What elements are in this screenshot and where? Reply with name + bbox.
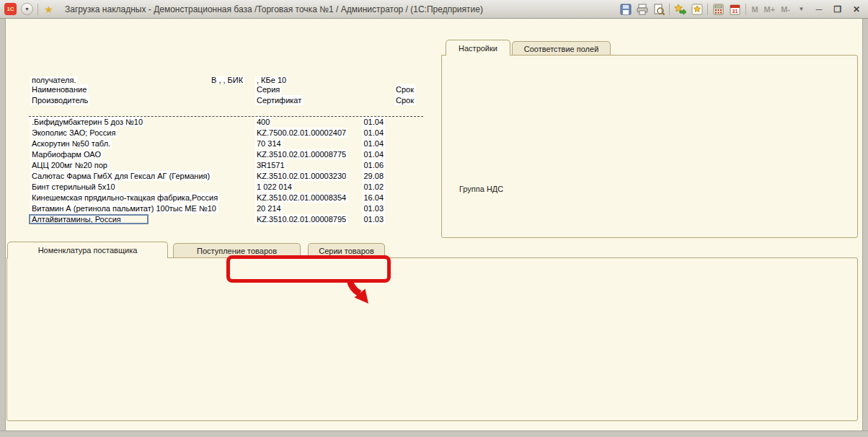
settings-panel — [441, 55, 858, 238]
sheet-cell-name[interactable]: Салютас Фарма ГмбХ для Гексал АГ (Герман… — [30, 171, 211, 181]
sheet-cell-date[interactable]: 01.04 — [362, 149, 385, 159]
sheet-cell-date[interactable]: 01.02 — [362, 182, 385, 192]
favorites-star-icon[interactable] — [43, 3, 55, 15]
sheet-cell-serial[interactable]: 3R1571 — [255, 160, 286, 170]
1c-logo-icon: 1С — [4, 3, 17, 15]
sheet-cell[interactable]: Срок — [394, 84, 415, 94]
print-icon[interactable] — [636, 3, 648, 15]
calendar-icon[interactable]: 31 — [729, 3, 741, 15]
page-break-line — [29, 116, 423, 117]
sheet-cell-serial[interactable]: 400 — [255, 117, 271, 127]
sheet-cell-serial[interactable]: 1 022 014 — [255, 182, 293, 192]
sheet-cell-serial[interactable]: KZ.3510.02.01.00008775 — [255, 149, 347, 159]
sheet-cell-serial[interactable]: Сертификат — [255, 95, 303, 105]
sheet-cell-name[interactable]: Марбиофарм ОАО — [30, 149, 102, 159]
titlebar-separator — [745, 4, 746, 15]
sheet-cell-serial[interactable]: , КБе 10 — [255, 76, 288, 84]
calculator-icon[interactable] — [712, 3, 725, 15]
svg-text:31: 31 — [732, 9, 738, 14]
titlebar-separator — [707, 4, 708, 15]
minimize-button[interactable]: ─ — [812, 4, 826, 14]
sheet-cell-serial[interactable]: KZ.3510.02.01.00008354 — [255, 193, 347, 203]
sheet-cell-date[interactable]: 01.03 — [362, 214, 385, 224]
window-title: Загрузка накладных - Демонстрационная ба… — [65, 4, 615, 14]
sheet-cell-serial[interactable]: KZ.3510.02.01.00003230 — [255, 171, 347, 181]
maximize-button[interactable]: ❒ — [831, 4, 845, 14]
sheet-cell-name[interactable]: Экополис ЗАО; Россия — [30, 128, 117, 138]
memory-m-minus-button[interactable]: M- — [780, 5, 791, 14]
sheet-cell-name[interactable]: Наименование — [30, 84, 88, 94]
sheet-cell-date[interactable]: 01.06 — [362, 160, 385, 170]
sheet-cell-name[interactable]: Аскорутин №50 табл. — [30, 138, 112, 149]
sheet-cell-date[interactable]: 01.04 — [362, 138, 385, 149]
sheet-cell-serial[interactable]: KZ.3510.02.01.00008795 — [255, 214, 347, 224]
window-border-bottom — [0, 431, 868, 437]
window-border-left — [0, 19, 6, 437]
sheet-cell-date[interactable]: 01.04 — [362, 128, 385, 138]
add-favorite-icon[interactable] — [674, 3, 686, 15]
main-menu-button[interactable] — [21, 3, 33, 15]
supplier-nomenclature-panel — [6, 257, 858, 421]
sheet-cell-name[interactable]: Кинешемская прядильно-ткацкая фабрика,Ро… — [30, 193, 219, 203]
close-button[interactable]: ✕ — [849, 4, 864, 14]
titlebar: 1С Загрузка накладных - Демонстрационная… — [0, 0, 868, 19]
tab-field-mapping[interactable]: Соответствие полей — [512, 41, 611, 56]
sheet-cell[interactable]: Срок — [394, 95, 415, 105]
titlebar-separator — [37, 4, 38, 15]
sheet-cell-date[interactable]: 29.08 — [362, 171, 385, 181]
sheet-cell-name[interactable]: Бинт стерильный 5x10 — [30, 182, 117, 192]
sheet-cell-name[interactable]: .Бифидумбактерин 5 доз №10 — [30, 117, 144, 127]
tab-goods-series[interactable]: Серии товаров — [308, 243, 385, 258]
selected-cell-border — [29, 214, 149, 224]
titlebar-separator — [669, 4, 670, 15]
sheet-cell-name[interactable]: получателя. — [30, 76, 77, 84]
save-icon[interactable] — [619, 3, 632, 15]
sheet-cell-name[interactable]: Производитель — [30, 95, 89, 105]
vat-group-title: Группа НДС — [456, 185, 507, 193]
window-border-right — [862, 19, 868, 437]
tab-goods-receipt[interactable]: Поступление товаров — [173, 243, 301, 258]
sheet-cell-name[interactable]: АЦЦ 200мг №20 пор — [30, 160, 109, 170]
toolbar-overflow-chevron-icon[interactable] — [795, 3, 807, 15]
sheet-cell-date[interactable]: 01.04 — [362, 117, 385, 127]
favorites-list-icon[interactable] — [691, 3, 703, 15]
sheet-cell-serial[interactable]: 20 214 — [255, 203, 283, 213]
app-window: 1С Загрузка накладных - Демонстрационная… — [0, 0, 868, 437]
sheet-cell-serial[interactable]: 70 314 — [255, 138, 283, 149]
sheet-cell-serial[interactable]: Серия — [255, 84, 281, 94]
sheet-cell-name[interactable]: Витамин А (ретинола пальмитат) 100тыс МЕ… — [30, 203, 218, 213]
sheet-cell[interactable]: В , , БИК — [210, 76, 244, 84]
sheet-cell-date[interactable]: 16.04 — [362, 193, 385, 203]
tab-supplier-nomenclature[interactable]: Номенклатура поставщика — [7, 242, 168, 258]
tab-settings[interactable]: Настройки — [446, 40, 510, 56]
print-preview-icon[interactable] — [652, 3, 665, 15]
memory-m-plus-button[interactable]: M+ — [763, 5, 776, 14]
sheet-cell-date[interactable]: 01.03 — [362, 203, 385, 213]
sheet-cell-serial[interactable]: KZ.7500.02.01.00002407 — [255, 128, 347, 138]
memory-m-button[interactable]: M — [750, 5, 758, 14]
